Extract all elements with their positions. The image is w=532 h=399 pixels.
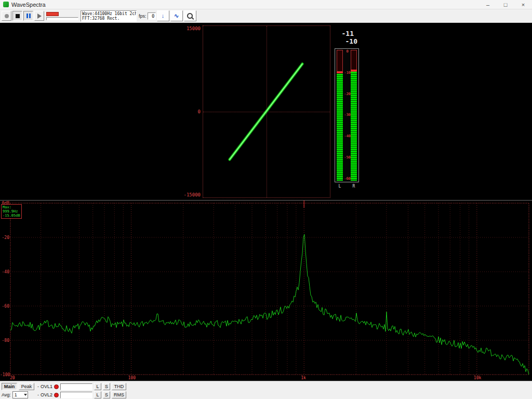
- max-frequency: 999.9Hz: [3, 209, 20, 214]
- spectrum-area: 0dB -20 -40 -60 -80 -100 20 100 1k 10k M…: [0, 200, 532, 381]
- ovl2-label: OVL2: [41, 392, 52, 397]
- x-axis-label: 10k: [474, 376, 481, 380]
- stop-icon: [16, 14, 20, 18]
- minimize-icon[interactable]: –: [479, 0, 497, 9]
- meter-channel-left-label: L: [337, 184, 343, 189]
- fps-group: fps: 0: [139, 12, 156, 20]
- fps-label: fps:: [139, 14, 147, 19]
- separator-dash: -: [37, 384, 39, 389]
- app-icon: [3, 2, 9, 7]
- window-title: WaveSpectra: [11, 2, 46, 8]
- ovl1-led: [54, 384, 59, 389]
- max-label: Max:: [3, 205, 20, 209]
- avg-label: Avg:: [2, 392, 11, 397]
- lissajous-display: [203, 25, 330, 198]
- chevron-down-icon: [24, 394, 27, 396]
- recording-status-group: [46, 12, 78, 20]
- format-info-box: Wave:44100Hz 16bit 2ch FFT:32768 Rect.: [81, 10, 137, 22]
- position-slider[interactable]: [46, 17, 78, 20]
- x-axis-label: 20: [10, 376, 15, 380]
- s-button-2[interactable]: S: [103, 391, 110, 398]
- rms-button[interactable]: RMS: [112, 391, 126, 398]
- pause-button[interactable]: [23, 11, 33, 21]
- play-button[interactable]: [34, 11, 44, 21]
- max-level: -15.05dB: [3, 214, 20, 218]
- meter-peak-hold: [337, 72, 343, 73]
- ovl2-field[interactable]: [60, 392, 92, 398]
- meter-frame: 0 -10 -20 -30 -40 -50 -60 L R: [335, 48, 359, 182]
- meter-bar-right: [351, 50, 357, 181]
- magnifier-wrench-icon: [187, 13, 193, 19]
- peak-button[interactable]: Peak: [19, 383, 34, 390]
- statusbar: Main Peak - OVL1 L S THD Avg: 1 - OVL2 L…: [0, 381, 532, 399]
- x-axis-label: 100: [128, 376, 136, 380]
- lissajous-y-zero-label: 0: [180, 109, 201, 114]
- settings-button[interactable]: [184, 10, 196, 21]
- waveform-view-button[interactable]: ∿: [170, 10, 183, 21]
- l-button-2[interactable]: L: [94, 391, 101, 398]
- meter-channel-right-label: R: [351, 184, 357, 189]
- avg-select[interactable]: 1: [12, 391, 28, 398]
- ovl2-led: [54, 393, 59, 397]
- play-icon: [37, 14, 42, 19]
- fft-format-text: FFT:32768 Rect.: [82, 16, 135, 21]
- scope-area: 15000 0 -15000 -11 -10 0 -10 -20 -30 -40…: [0, 23, 532, 200]
- meter-over-zone: [351, 50, 357, 72]
- avg-value: 1: [15, 392, 17, 397]
- toolbar: Wave:44100Hz 16bit 2ch FFT:32768 Rect. f…: [0, 9, 532, 23]
- pause-icon: [26, 14, 31, 18]
- record-button[interactable]: [2, 11, 11, 21]
- y-axis-label: -80: [0, 338, 9, 343]
- meter-over-zone: [337, 50, 343, 72]
- peak-readout-right: -10: [335, 37, 359, 45]
- s-button-1[interactable]: S: [103, 383, 110, 390]
- ovl1-label: OVL1: [41, 384, 52, 389]
- record-icon: [5, 14, 9, 18]
- arrow-down-icon: ↓: [162, 13, 165, 19]
- statusbar-row-2: Avg: 1 - OVL2 L S RMS: [0, 391, 532, 399]
- l-button-1[interactable]: L: [94, 383, 101, 390]
- fps-value-field: 0: [148, 12, 156, 20]
- y-axis-label: -100: [0, 373, 9, 377]
- maximize-icon[interactable]: □: [497, 0, 514, 9]
- close-icon[interactable]: ×: [514, 0, 532, 9]
- y-axis-label: -60: [0, 304, 9, 309]
- lissajous-y-max-label: 15000: [180, 26, 201, 31]
- wave-format-text: Wave:44100Hz 16bit 2ch: [82, 11, 135, 16]
- x-axis-label: 1k: [301, 376, 306, 380]
- meter-bar-left: [337, 50, 343, 181]
- max-peak-info-box: Max: 999.9Hz -15.05dB: [1, 204, 22, 219]
- peak-readout-left: -11: [335, 30, 359, 37]
- stop-button[interactable]: [12, 11, 22, 21]
- y-axis-label: -20: [0, 235, 9, 240]
- sine-wave-icon: ∿: [174, 13, 179, 19]
- main-button[interactable]: Main: [2, 383, 17, 390]
- lissajous-y-min-label: -15000: [180, 192, 201, 197]
- titlebar: WaveSpectra – □ ×: [0, 0, 532, 9]
- separator-dash: -: [37, 392, 39, 397]
- ovl1-field[interactable]: [60, 383, 92, 390]
- meter-peak-hold: [351, 70, 357, 71]
- level-meter-panel: -11 -10 0 -10 -20 -30 -40 -50 -60: [335, 30, 359, 185]
- spectrum-plot: [0, 201, 532, 381]
- meter-fill-left: [337, 74, 343, 181]
- lissajous-trace: [203, 26, 330, 197]
- sampling-settings-button[interactable]: ↓: [157, 10, 169, 21]
- statusbar-row-1: Main Peak - OVL1 L S THD: [0, 382, 532, 391]
- window-controls: – □ ×: [479, 0, 532, 9]
- overload-indicator: [46, 12, 59, 16]
- thd-button[interactable]: THD: [112, 383, 126, 390]
- y-axis-label: -40: [0, 270, 9, 274]
- meter-fill-right: [351, 72, 357, 181]
